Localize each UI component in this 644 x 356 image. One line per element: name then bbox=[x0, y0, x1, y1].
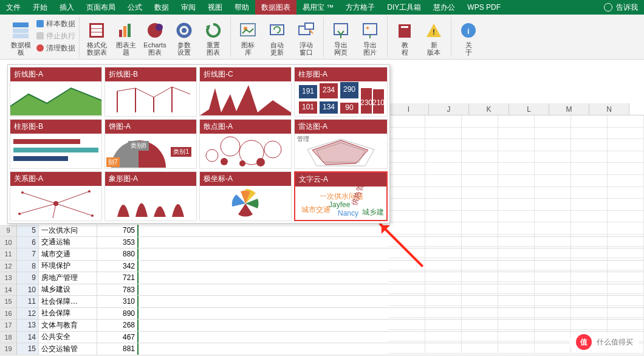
tab-diy[interactable]: DIY工具箱 bbox=[381, 0, 427, 15]
cell[interactable]: 5 bbox=[17, 225, 39, 236]
col-M[interactable]: M bbox=[549, 103, 589, 115]
gallery-column-a[interactable]: 柱形图-A19123429010113490230210 bbox=[294, 67, 388, 117]
row-header[interactable]: 17 bbox=[0, 320, 17, 331]
export-web-button[interactable]: 导出 网页 bbox=[327, 17, 354, 56]
row-header[interactable]: 9 bbox=[0, 225, 17, 236]
sample-data-button[interactable]: 样本数据 bbox=[36, 18, 75, 29]
cell[interactable]: 6 bbox=[17, 237, 39, 248]
cell[interactable]: 城市交通 bbox=[39, 248, 97, 260]
cell[interactable]: 环境保护 bbox=[39, 261, 97, 272]
cell[interactable]: 9 bbox=[17, 272, 39, 284]
cell[interactable]: 467 bbox=[97, 332, 139, 343]
cell[interactable]: 城乡建设 bbox=[39, 284, 97, 296]
cell[interactable]: 社会保障 bbox=[39, 308, 97, 320]
tab-file[interactable]: 文件 bbox=[0, 0, 27, 15]
tab-review[interactable]: 审阅 bbox=[175, 0, 202, 15]
tab-eyb[interactable]: 易用宝 ™ bbox=[296, 0, 340, 15]
format-table-button[interactable]: 格式化 数据表 bbox=[83, 17, 110, 56]
cell[interactable]: 353 bbox=[97, 237, 139, 248]
tab-help[interactable]: 帮助 bbox=[228, 0, 255, 15]
chart-theme-button[interactable]: 图表主 题 bbox=[112, 17, 139, 56]
cell[interactable]: 705 bbox=[97, 225, 139, 236]
row-header[interactable]: 19 bbox=[0, 343, 17, 355]
row-header[interactable]: 18 bbox=[0, 332, 17, 343]
tab-home[interactable]: 开始 bbox=[27, 0, 53, 15]
alert-icon: ! bbox=[424, 21, 444, 40]
col-J[interactable]: J bbox=[429, 103, 469, 115]
col-I[interactable]: I bbox=[389, 103, 429, 115]
gallery-scatter-a[interactable]: 散点图-A bbox=[199, 119, 292, 169]
cell[interactable]: 11 bbox=[17, 296, 39, 307]
cell[interactable]: 13 bbox=[17, 320, 39, 331]
cell[interactable]: 8 bbox=[17, 261, 39, 272]
icon-lib-button[interactable]: 图标 库 bbox=[235, 17, 261, 56]
gallery-relation-a[interactable]: 关系图-A bbox=[10, 171, 102, 221]
new-version-button[interactable]: !新 版本 bbox=[420, 17, 447, 56]
cell[interactable]: 310 bbox=[97, 296, 139, 307]
cell[interactable]: 房地产管理 bbox=[39, 272, 97, 284]
tell-me[interactable]: 告诉我 bbox=[598, 0, 644, 15]
col-K[interactable]: K bbox=[469, 103, 509, 115]
cell[interactable]: 342 bbox=[97, 261, 139, 272]
cell[interactable]: 880 bbox=[97, 248, 139, 260]
row-header[interactable]: 15 bbox=[0, 296, 17, 307]
gallery-pie-a[interactable]: 饼图-A类别8类别1别7 bbox=[104, 119, 197, 169]
about-button[interactable]: i关 于 bbox=[455, 17, 482, 56]
cell[interactable]: 12 bbox=[17, 308, 39, 320]
cell[interactable]: 890 bbox=[97, 308, 139, 320]
cell[interactable]: 783 bbox=[97, 284, 139, 296]
float-window-button[interactable]: 浮动 窗口 bbox=[293, 17, 320, 56]
params-button[interactable]: 参数 设置 bbox=[171, 17, 197, 56]
cell[interactable]: 文体与教育 bbox=[39, 320, 97, 331]
tab-insert[interactable]: 插入 bbox=[53, 0, 80, 15]
spreadsheet[interactable]: 95一次供水问705106交通运输353117城市交通880128环境保护342… bbox=[0, 225, 644, 355]
tutorial-button[interactable]: 教 程 bbox=[391, 17, 418, 56]
row-header[interactable]: 10 bbox=[0, 237, 17, 248]
row-header[interactable]: 11 bbox=[0, 248, 17, 260]
cell[interactable]: 7 bbox=[17, 248, 39, 260]
watermark-text: 什么值得买 bbox=[597, 337, 633, 347]
tab-ffgz[interactable]: 方方格子 bbox=[340, 0, 381, 15]
cell[interactable]: 721 bbox=[97, 272, 139, 284]
cell[interactable]: 15 bbox=[17, 343, 39, 355]
cell[interactable]: 公交运输管 bbox=[39, 343, 97, 355]
gallery-line-a[interactable]: 折线图-A bbox=[10, 67, 102, 117]
stop-exec-button[interactable]: 停止执行 bbox=[36, 30, 75, 41]
cell[interactable]: 268 bbox=[97, 320, 139, 331]
col-L[interactable]: L bbox=[509, 103, 549, 115]
gallery-radar-a[interactable]: 雷达图-A管理 bbox=[294, 119, 388, 169]
row-header[interactable]: 14 bbox=[0, 284, 17, 296]
tab-hbg[interactable]: 慧办公 bbox=[427, 0, 461, 15]
cell[interactable]: 14 bbox=[17, 332, 39, 343]
cell[interactable]: 一次供水问 bbox=[39, 225, 97, 236]
data-template-button[interactable]: 数据模 板 bbox=[7, 17, 34, 56]
gallery-pictorial-a[interactable]: 象形图-A bbox=[104, 171, 197, 221]
cell[interactable]: 社会保障… bbox=[39, 296, 97, 307]
cell[interactable]: 公共安全 bbox=[39, 332, 97, 343]
export-image-button[interactable]: 导出 图片 bbox=[357, 17, 383, 56]
tab-data[interactable]: 数据 bbox=[148, 0, 175, 15]
gallery-polar-a[interactable]: 极坐标-A bbox=[199, 171, 292, 221]
tab-view[interactable]: 视图 bbox=[202, 0, 228, 15]
cell[interactable]: 交通运输 bbox=[39, 237, 97, 248]
clear-data-button[interactable]: 清理数据 bbox=[36, 43, 75, 53]
cell[interactable]: 881 bbox=[97, 343, 139, 355]
row-header[interactable]: 12 bbox=[0, 261, 17, 272]
reset-icon bbox=[204, 21, 223, 40]
auto-update-button[interactable]: 自动 更新 bbox=[264, 17, 290, 56]
cell[interactable]: 10 bbox=[17, 284, 39, 296]
row-header[interactable]: 13 bbox=[0, 272, 17, 284]
gallery-column-b[interactable]: 柱形图-B bbox=[10, 119, 102, 169]
tab-wpspdf[interactable]: WPS PDF bbox=[461, 0, 507, 15]
row-header[interactable]: 16 bbox=[0, 308, 17, 320]
echarts-button[interactable]: Echarts 图表 bbox=[142, 17, 168, 56]
tab-layout[interactable]: 页面布局 bbox=[80, 0, 122, 15]
gallery-line-c[interactable]: 折线图-C bbox=[199, 67, 292, 117]
update-icon bbox=[267, 21, 287, 40]
gallery-line-b[interactable]: 折线图-B bbox=[104, 67, 197, 117]
tab-datachart[interactable]: 数据图表 bbox=[255, 0, 296, 15]
gallery-wordcloud-a[interactable]: 文字云-A一次供水问题Jayfee城市交通供热管Nancy城乡建 bbox=[294, 171, 388, 221]
tab-formula[interactable]: 公式 bbox=[122, 0, 148, 15]
col-N[interactable]: N bbox=[589, 103, 629, 115]
reset-chart-button[interactable]: 重置 图表 bbox=[200, 17, 227, 56]
